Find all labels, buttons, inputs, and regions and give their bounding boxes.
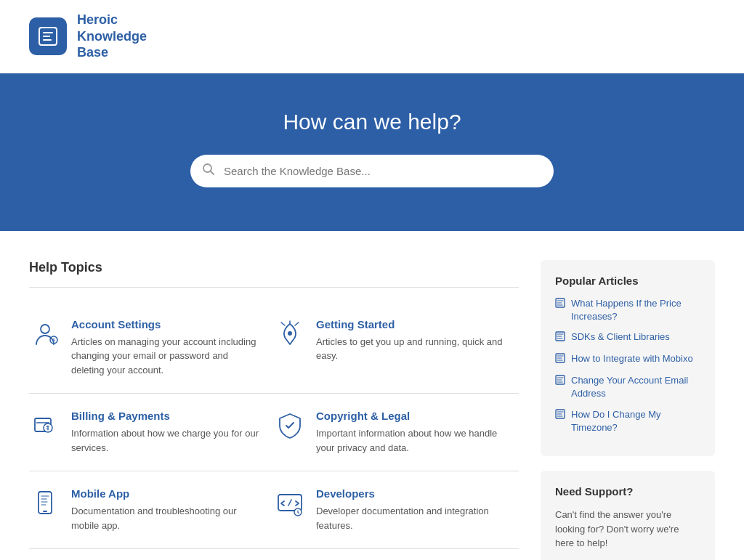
popular-article-item[interactable]: What Happens If the Price Increases? — [555, 297, 700, 323]
need-support-title: Need Support? — [555, 485, 700, 498]
popular-article-item[interactable]: How to Integrate with Mobixo — [555, 352, 700, 367]
article-icon — [555, 409, 565, 423]
billing-payments-icon — [29, 410, 61, 442]
article-label: How Do I Change My Timezone? — [571, 408, 700, 434]
article-icon — [555, 375, 565, 389]
copyright-legal-text: Copyright & Legal Important information … — [316, 410, 507, 455]
search-input[interactable] — [190, 155, 554, 187]
sidebar: Popular Articles What Happens If the Pri… — [541, 260, 715, 561]
svg-point-2 — [41, 325, 49, 333]
article-label: What Happens If the Price Increases? — [571, 297, 700, 323]
topic-billing-payments[interactable]: Billing & Payments Information about how… — [29, 394, 274, 471]
topic-account-settings[interactable]: Account Settings Articles on managing yo… — [29, 302, 274, 394]
getting-started-text: Getting Started Articles to get you up a… — [316, 318, 507, 363]
article-label: Change Your Account Email Address — [571, 374, 700, 400]
svg-rect-7 — [39, 492, 52, 514]
account-settings-icon — [29, 318, 61, 350]
article-label: SDKs & Client Libraries — [571, 330, 670, 344]
topics-divider — [29, 287, 519, 288]
svg-point-4 — [288, 331, 292, 336]
help-topics-title: Help Topics — [29, 260, 519, 275]
search-icon — [202, 163, 215, 179]
popular-article-item[interactable]: How Do I Change My Timezone? — [555, 408, 700, 434]
article-icon — [555, 298, 565, 312]
need-support-box: Need Support? Can't find the answer you'… — [541, 471, 715, 560]
article-icon — [555, 353, 565, 367]
popular-articles-list: What Happens If the Price Increases? SDK… — [555, 297, 700, 435]
copyright-legal-icon — [274, 410, 306, 442]
topics-grid: Account Settings Articles on managing yo… — [29, 302, 519, 550]
hero-section: How can we help? — [0, 73, 744, 231]
topic-developers[interactable]: Developers Developer documentation and i… — [274, 471, 519, 549]
popular-articles-title: Popular Articles — [555, 275, 700, 287]
popular-article-item[interactable]: Change Your Account Email Address — [555, 374, 700, 400]
support-description: Can't find the answer you're looking for… — [555, 508, 700, 551]
brand-name: Heroic Knowledge Base — [77, 12, 147, 61]
article-label: How to Integrate with Mobixo — [571, 352, 693, 365]
topic-copyright-legal[interactable]: Copyright & Legal Important information … — [274, 394, 519, 471]
article-icon — [555, 331, 565, 345]
mobile-app-icon — [29, 487, 61, 519]
topic-mobile-app[interactable]: Mobile App Documentation and troubleshoo… — [29, 471, 274, 549]
developers-text: Developers Developer documentation and i… — [316, 487, 507, 532]
billing-payments-text: Billing & Payments Information about how… — [71, 410, 262, 455]
header: Heroic Knowledge Base — [0, 0, 744, 73]
getting-started-icon — [274, 318, 306, 350]
search-bar — [190, 155, 554, 187]
mobile-app-text: Mobile App Documentation and troubleshoo… — [71, 487, 262, 532]
content-area: Help Topics Account Settings Articles on… — [29, 260, 519, 561]
main-content: Help Topics Account Settings Articles on… — [0, 231, 744, 561]
account-settings-text: Account Settings Articles on managing yo… — [71, 318, 262, 378]
popular-article-item[interactable]: SDKs & Client Libraries — [555, 330, 700, 345]
popular-articles-box: Popular Articles What Happens If the Pri… — [541, 260, 715, 457]
topic-getting-started[interactable]: Getting Started Articles to get you up a… — [274, 302, 519, 394]
developers-icon — [274, 487, 306, 519]
logo-icon — [29, 17, 67, 55]
hero-title: How can we help? — [29, 110, 715, 134]
